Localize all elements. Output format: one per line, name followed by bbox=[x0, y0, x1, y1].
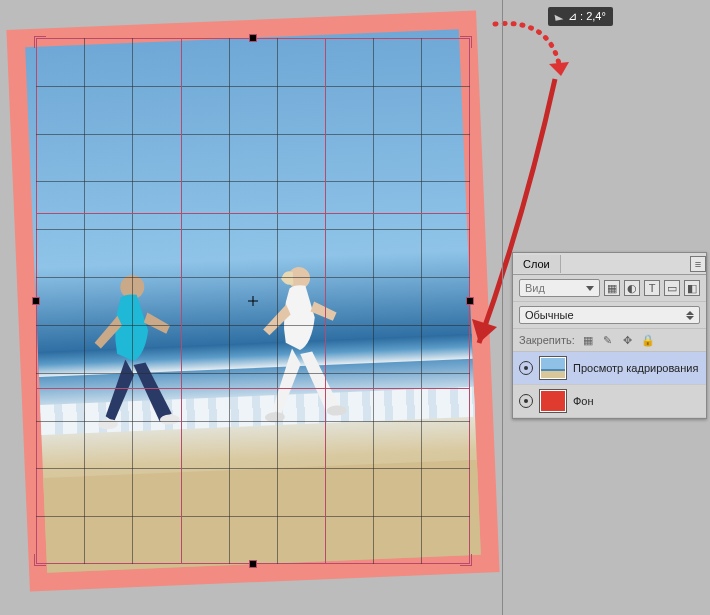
crop-center-icon bbox=[248, 296, 258, 306]
crop-handle-b[interactable] bbox=[249, 560, 257, 568]
crop-handle-tr[interactable] bbox=[460, 36, 472, 48]
layer-row[interactable]: Фон bbox=[513, 385, 706, 418]
filter-smart-icon[interactable]: ◧ bbox=[684, 280, 700, 296]
lock-pixels-icon[interactable]: ✎ bbox=[601, 333, 615, 347]
crop-frame[interactable] bbox=[36, 38, 470, 564]
lock-label: Закрепить: bbox=[519, 334, 575, 346]
blend-mode-select[interactable]: Обычные bbox=[519, 306, 700, 324]
panel-tab-layers[interactable]: Слои bbox=[513, 255, 561, 273]
filter-shape-icon[interactable]: ▭ bbox=[664, 280, 680, 296]
layer-thumbnail[interactable] bbox=[539, 356, 567, 380]
layer-name[interactable]: Просмотр кадрирования bbox=[573, 362, 700, 374]
crop-handle-bl[interactable] bbox=[34, 554, 46, 566]
filter-type-icon[interactable]: T bbox=[644, 280, 660, 296]
blend-mode-value: Обычные bbox=[525, 309, 574, 321]
layers-panel: Слои ≡ Вид ▦ ◐ T ▭ ◧ Обычные Закрепить: … bbox=[512, 252, 707, 419]
crop-handle-br[interactable] bbox=[460, 554, 472, 566]
panel-divider bbox=[502, 0, 503, 615]
visibility-toggle[interactable] bbox=[519, 394, 533, 408]
visibility-toggle[interactable] bbox=[519, 361, 533, 375]
layer-name[interactable]: Фон bbox=[573, 395, 700, 407]
crop-handle-l[interactable] bbox=[32, 297, 40, 305]
crop-handle-tl[interactable] bbox=[34, 36, 46, 48]
lock-position-icon[interactable]: ✥ bbox=[621, 333, 635, 347]
layer-row[interactable]: Просмотр кадрирования bbox=[513, 352, 706, 385]
lock-all-icon[interactable]: 🔒 bbox=[641, 333, 655, 347]
kind-placeholder: Вид bbox=[525, 282, 545, 294]
layers-list: Просмотр кадрирования Фон bbox=[513, 352, 706, 418]
filter-pixel-icon[interactable]: ▦ bbox=[604, 280, 620, 296]
crop-handle-t[interactable] bbox=[249, 34, 257, 42]
panel-menu-icon[interactable]: ≡ bbox=[690, 256, 706, 272]
canvas-area[interactable] bbox=[0, 0, 502, 615]
lock-transparency-icon[interactable]: ▦ bbox=[581, 333, 595, 347]
layer-kind-select[interactable]: Вид bbox=[519, 279, 600, 297]
filter-adjust-icon[interactable]: ◐ bbox=[624, 280, 640, 296]
stepper-icon bbox=[686, 311, 694, 320]
layer-thumbnail[interactable] bbox=[539, 389, 567, 413]
panel-title: Слои bbox=[523, 258, 550, 270]
chevron-down-icon bbox=[586, 286, 594, 291]
